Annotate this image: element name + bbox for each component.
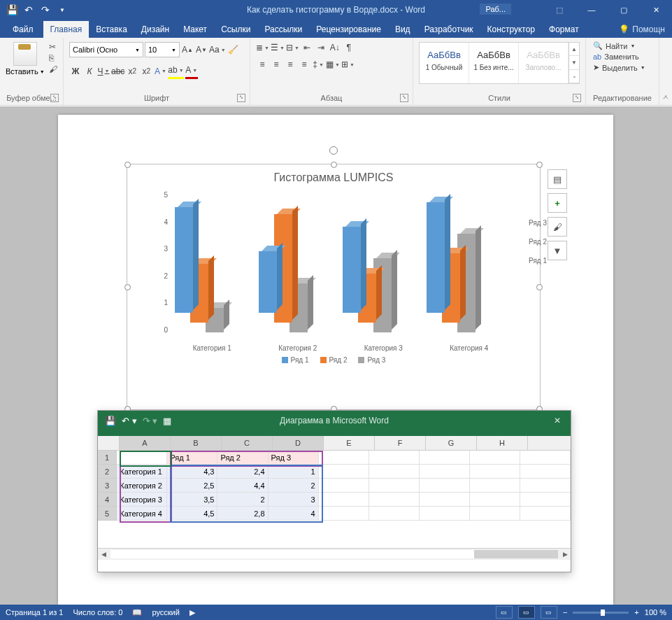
style-nospacing[interactable]: АаБбВв1 Без инте... <box>469 43 519 83</box>
cell[interactable]: Категория 3 <box>117 493 167 507</box>
tab-file[interactable]: Файл <box>3 21 43 38</box>
styles-launcher[interactable]: ⤡ <box>573 94 581 102</box>
cell[interactable]: 2 <box>217 493 268 507</box>
cell[interactable]: 1 <box>269 465 319 479</box>
cell[interactable] <box>420 493 470 507</box>
cell[interactable]: Ряд 3 <box>269 451 319 465</box>
cell[interactable]: 2,8 <box>217 507 268 521</box>
grow-font-icon[interactable]: A▲ <box>181 43 194 57</box>
cell[interactable]: 2 <box>269 479 319 493</box>
zoom-out-icon[interactable]: − <box>563 608 567 617</box>
tab-construction[interactable]: Конструктор <box>480 21 542 38</box>
line-spacing-icon[interactable]: ‡▼ <box>312 57 324 71</box>
bar[interactable] <box>343 227 361 313</box>
cell[interactable] <box>319 465 369 479</box>
cell[interactable] <box>319 507 369 521</box>
select-button[interactable]: ➤Выделить▼ <box>592 62 647 73</box>
strike-button[interactable]: abc <box>111 64 124 78</box>
resize-handle[interactable] <box>536 284 543 290</box>
decrease-indent-icon[interactable]: ⇤ <box>301 41 313 55</box>
cell[interactable] <box>369 493 420 507</box>
tab-references[interactable]: Ссылки <box>214 21 257 38</box>
cell[interactable]: Категория 2 <box>117 479 167 493</box>
scroll-thumb[interactable] <box>474 550 558 558</box>
cell[interactable]: 4,5 <box>167 507 217 521</box>
excel-undo-icon[interactable]: ↶ ▾ <box>122 416 137 426</box>
cell[interactable] <box>420 507 470 521</box>
scroll-right-icon[interactable]: ▶ <box>559 551 571 558</box>
font-launcher[interactable]: ⤡ <box>237 94 245 102</box>
row-header[interactable]: 1 <box>98 451 117 465</box>
tab-format[interactable]: Формат <box>542 21 586 38</box>
clipboard-launcher[interactable]: ⤡ <box>50 94 59 102</box>
cell[interactable]: 4 <box>269 507 319 521</box>
cell[interactable] <box>520 479 571 493</box>
excel-save-icon[interactable]: 💾 <box>105 416 116 426</box>
justify-icon[interactable]: ≡ <box>298 57 310 71</box>
spellcheck-icon[interactable]: 📖 <box>132 608 142 617</box>
chart-plot-area[interactable]: 012345 Ряд 3Ряд 2Ряд 1 Категория 1Катего… <box>169 191 512 352</box>
shrink-font-icon[interactable]: A▼ <box>195 43 208 57</box>
borders-icon[interactable]: ⊞▼ <box>341 57 355 71</box>
chart-title[interactable]: Гистограмма LUMPICS <box>127 164 540 191</box>
gallery-down-icon[interactable]: ▼ <box>569 56 579 69</box>
replace-button[interactable]: abЗаменить <box>592 52 641 62</box>
superscript-button[interactable]: x2 <box>140 64 152 78</box>
print-layout-icon[interactable]: ▭ <box>518 606 535 619</box>
font-name-combo[interactable]: Calibri (Осно▼ <box>69 42 143 57</box>
macro-icon[interactable]: ▶ <box>190 608 195 617</box>
cell[interactable] <box>470 451 520 465</box>
sheet-hscroll[interactable]: ◀ ▶ <box>98 548 571 560</box>
col-header[interactable]: F <box>375 436 426 450</box>
cell[interactable] <box>520 493 571 507</box>
subscript-button[interactable]: x2 <box>126 64 138 78</box>
gallery-up-icon[interactable]: ▲ <box>569 43 579 56</box>
col-header[interactable]: C <box>222 436 273 450</box>
cell[interactable] <box>369 465 420 479</box>
styles-gallery[interactable]: АаБбВв1 Обычный АаБбВв1 Без инте... АаБб… <box>419 42 580 84</box>
cell[interactable] <box>369 479 420 493</box>
cell[interactable]: 4,4 <box>217 479 268 493</box>
cell[interactable]: 4,3 <box>167 465 217 479</box>
col-header[interactable]: B <box>171 436 222 450</box>
bold-button[interactable]: Ж <box>69 64 82 78</box>
change-case-icon[interactable]: Aa▼ <box>209 43 226 57</box>
spreadsheet[interactable]: ABCDEFGH 1Ряд 1Ряд 2Ряд 32Категория 14,3… <box>98 436 571 548</box>
page-indicator[interactable]: Страница 1 из 1 <box>6 608 63 617</box>
col-header[interactable]: E <box>324 436 375 450</box>
cell[interactable] <box>117 451 167 465</box>
highlight-icon[interactable]: ab▼ <box>168 63 183 79</box>
cell[interactable] <box>470 493 520 507</box>
chart-filters-icon[interactable]: ▼ <box>548 241 567 260</box>
cell[interactable] <box>470 507 520 521</box>
align-left-icon[interactable]: ≡ <box>256 57 269 71</box>
cell[interactable] <box>470 479 520 493</box>
show-marks-icon[interactable]: ¶ <box>343 41 355 55</box>
word-count[interactable]: Число слов: 0 <box>73 608 122 617</box>
save-icon[interactable]: 💾 <box>6 3 18 16</box>
tab-layout[interactable]: Макет <box>176 21 214 38</box>
cell[interactable] <box>420 479 470 493</box>
resize-handle[interactable] <box>331 162 337 168</box>
select-all-corner[interactable] <box>98 436 120 450</box>
chart-legend[interactable]: Ряд 1Ряд 2Ряд 3 <box>127 352 540 368</box>
close-button[interactable]: ✕ <box>640 0 672 20</box>
tab-mailings[interactable]: Рассылки <box>257 21 309 38</box>
resize-handle[interactable] <box>124 162 131 168</box>
chart-object[interactable]: Гистограмма LUMPICS 012345 Ряд 3Ряд 2Ряд… <box>127 164 541 410</box>
cell[interactable] <box>470 465 520 479</box>
increase-indent-icon[interactable]: ⇥ <box>315 41 327 55</box>
bullets-icon[interactable]: ≣▼ <box>256 41 269 55</box>
language-indicator[interactable]: русский <box>152 608 179 617</box>
undo-icon[interactable]: ↶ <box>22 3 35 16</box>
para-launcher[interactable]: ⤡ <box>400 94 408 102</box>
cell[interactable]: 3,5 <box>167 493 217 507</box>
resize-handle[interactable] <box>124 284 131 290</box>
style-normal[interactable]: АаБбВв1 Обычный <box>420 43 469 83</box>
bar[interactable] <box>175 207 193 313</box>
layout-options-icon[interactable]: ▤ <box>548 169 567 189</box>
bar[interactable] <box>259 251 277 313</box>
rotate-handle[interactable] <box>329 146 338 155</box>
style-heading[interactable]: АаБбВвЗаголово... <box>519 43 569 83</box>
clear-format-icon[interactable]: 🧹 <box>227 43 240 57</box>
